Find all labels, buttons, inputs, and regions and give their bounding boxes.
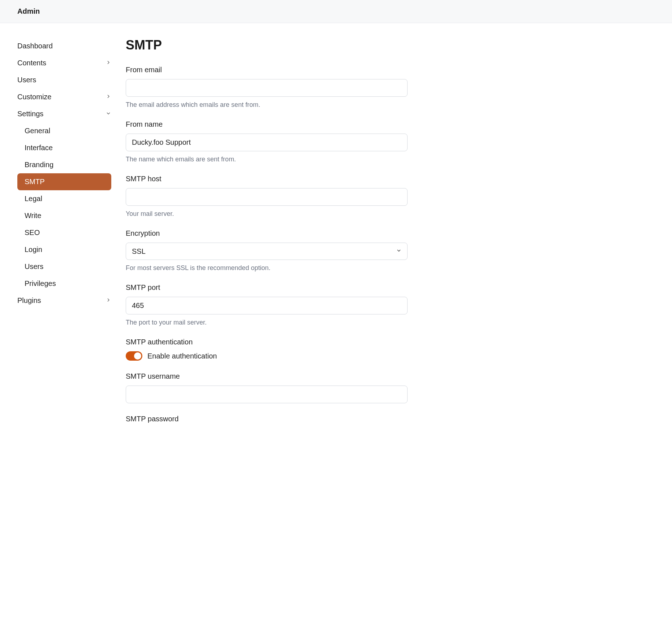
settings-subnav: General Interface Branding SMTP Legal Wr… — [17, 122, 111, 292]
subnav-item-branding[interactable]: Branding — [17, 156, 111, 173]
smtp-username-input[interactable] — [126, 386, 408, 403]
subnav-item-label: Users — [25, 262, 43, 270]
chevron-right-icon — [105, 93, 111, 101]
sidebar-item-dashboard[interactable]: Dashboard — [17, 38, 111, 55]
chevron-right-icon — [105, 296, 111, 305]
subnav-item-label: General — [25, 127, 50, 135]
sidebar-item-label: Dashboard — [17, 42, 53, 50]
subnav-item-general[interactable]: General — [17, 122, 111, 139]
chevron-down-icon — [105, 110, 111, 118]
field-smtp-username: SMTP username — [126, 372, 408, 403]
subnav-item-label: Interface — [25, 144, 53, 152]
sidebar: Dashboard Contents Users Customize Setti… — [17, 38, 111, 435]
from-email-help: The email address which emails are sent … — [126, 101, 408, 109]
field-smtp-host: SMTP host Your mail server. — [126, 175, 408, 218]
sidebar-item-label: Contents — [17, 59, 46, 67]
field-smtp-password: SMTP password — [126, 415, 408, 423]
subnav-item-interface[interactable]: Interface — [17, 139, 111, 156]
subnav-item-label: Login — [25, 245, 42, 253]
field-smtp-auth: SMTP authentication Enable authenticatio… — [126, 338, 408, 361]
subnav-item-login[interactable]: Login — [17, 241, 111, 258]
field-from-email: From email The email address which email… — [126, 66, 408, 109]
from-name-label: From name — [126, 120, 408, 129]
page-title: SMTP — [126, 38, 408, 53]
from-email-label: From email — [126, 66, 408, 74]
encryption-select[interactable]: SSL — [126, 243, 408, 260]
chevron-right-icon — [105, 59, 111, 67]
sidebar-item-label: Users — [17, 76, 36, 84]
encryption-select-wrap: SSL — [126, 243, 408, 260]
sidebar-item-label: Plugins — [17, 296, 41, 305]
header-title: Admin — [17, 7, 655, 16]
smtp-username-label: SMTP username — [126, 372, 408, 381]
from-name-help: The name which emails are sent from. — [126, 156, 408, 163]
smtp-port-label: SMTP port — [126, 283, 408, 292]
encryption-label: Encryption — [126, 229, 408, 238]
subnav-item-privileges[interactable]: Privileges — [17, 275, 111, 292]
sidebar-item-settings[interactable]: Settings — [17, 105, 111, 122]
smtp-host-input[interactable] — [126, 188, 408, 206]
smtp-auth-toggle-row: Enable authentication — [126, 351, 408, 361]
field-smtp-port: SMTP port The port to your mail server. — [126, 283, 408, 326]
from-email-input[interactable] — [126, 79, 408, 97]
subnav-item-label: Write — [25, 212, 41, 219]
from-name-input[interactable] — [126, 134, 408, 151]
subnav-item-label: SEO — [25, 229, 40, 236]
smtp-auth-toggle[interactable] — [126, 351, 142, 361]
encryption-help: For most servers SSL is the recommended … — [126, 264, 408, 272]
subnav-item-label: Legal — [25, 195, 42, 203]
subnav-item-legal[interactable]: Legal — [17, 190, 111, 207]
subnav-item-write[interactable]: Write — [17, 207, 111, 224]
sidebar-item-customize[interactable]: Customize — [17, 88, 111, 105]
header: Admin — [0, 0, 672, 23]
sidebar-item-users[interactable]: Users — [17, 71, 111, 88]
smtp-auth-toggle-label: Enable authentication — [147, 352, 217, 360]
smtp-password-label: SMTP password — [126, 415, 408, 423]
smtp-port-input[interactable] — [126, 297, 408, 314]
sidebar-item-contents[interactable]: Contents — [17, 55, 111, 71]
layout: Dashboard Contents Users Customize Setti… — [0, 23, 672, 449]
main-content: SMTP From email The email address which … — [111, 38, 408, 435]
sidebar-item-label: Settings — [17, 110, 43, 118]
sidebar-item-label: Customize — [17, 93, 51, 101]
subnav-item-smtp[interactable]: SMTP — [17, 173, 111, 190]
subnav-item-label: Branding — [25, 161, 53, 169]
smtp-host-label: SMTP host — [126, 175, 408, 183]
smtp-host-help: Your mail server. — [126, 210, 408, 218]
smtp-port-help: The port to your mail server. — [126, 319, 408, 326]
subnav-item-subusers[interactable]: Users — [17, 258, 111, 275]
subnav-item-seo[interactable]: SEO — [17, 224, 111, 241]
subnav-item-label: Privileges — [25, 279, 56, 287]
field-encryption: Encryption SSL For most servers SSL is t… — [126, 229, 408, 272]
subnav-item-label: SMTP — [25, 178, 45, 186]
field-from-name: From name The name which emails are sent… — [126, 120, 408, 163]
smtp-auth-label: SMTP authentication — [126, 338, 408, 346]
sidebar-item-plugins[interactable]: Plugins — [17, 292, 111, 309]
